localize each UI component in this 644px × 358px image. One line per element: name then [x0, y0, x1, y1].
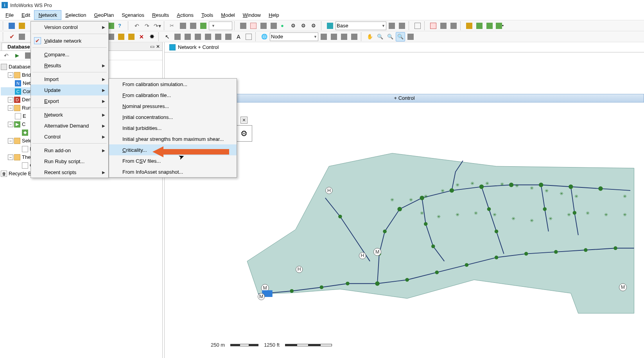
- tool-sel-7[interactable]: [224, 32, 233, 41]
- tree-toggle-theme[interactable]: −: [8, 155, 13, 160]
- tool-text[interactable]: A: [234, 32, 243, 41]
- tool-select[interactable]: ↖: [163, 32, 172, 41]
- menu-tools[interactable]: Tools: [197, 10, 217, 20]
- menu-window[interactable]: Window: [239, 10, 265, 20]
- dd-version-control[interactable]: Version control ▶: [31, 22, 108, 32]
- network-dropdown[interactable]: Version control ▶ ✔ Validate network Com…: [30, 21, 109, 178]
- tool-gear2[interactable]: ⚙: [300, 21, 309, 31]
- tool-validate[interactable]: ✔: [7, 32, 16, 41]
- tool-new[interactable]: [7, 21, 16, 31]
- tool-sel-6[interactable]: [213, 32, 223, 41]
- dd-initial-turb[interactable]: Initial turbidities...: [109, 122, 237, 133]
- tool-layers-dd[interactable]: ▾: [495, 21, 504, 31]
- update-submenu[interactable]: From calibration simulation... From cali…: [109, 78, 237, 178]
- tool-open[interactable]: [17, 21, 27, 31]
- map-close-box[interactable]: ✕: [240, 117, 248, 124]
- db-tool-back[interactable]: ↶: [2, 51, 11, 60]
- tool-3d[interactable]: [475, 21, 484, 31]
- tree-toggle-den[interactable]: −: [8, 97, 13, 103]
- tool-flag[interactable]: [199, 21, 208, 31]
- tool-s2[interactable]: [397, 21, 407, 31]
- menu-file[interactable]: File: [2, 10, 18, 20]
- dd-initial-conc[interactable]: Initial concentrations...: [109, 112, 237, 122]
- dd-from-calib-sim[interactable]: From calibration simulation...: [109, 79, 237, 90]
- menu-help[interactable]: Help: [265, 10, 283, 20]
- tool-sel-5[interactable]: [203, 32, 213, 41]
- tool-grid2[interactable]: [429, 21, 438, 31]
- db-tool-go[interactable]: ▶: [13, 51, 22, 60]
- menu-network[interactable]: Network: [34, 10, 61, 20]
- tool-find2[interactable]: [117, 32, 126, 41]
- tool-w2[interactable]: [449, 21, 458, 31]
- tool-globe[interactable]: ●: [279, 21, 289, 31]
- dd-from-infoasset[interactable]: From InfoAsset snapshot...: [109, 166, 237, 177]
- tool-n2[interactable]: [329, 32, 339, 41]
- menu-results[interactable]: Results: [148, 10, 173, 20]
- tool-n4[interactable]: [350, 32, 359, 41]
- tool-scen[interactable]: [325, 21, 335, 31]
- tool-find3[interactable]: [127, 32, 136, 41]
- dd-run-ruby[interactable]: Run Ruby script...: [31, 156, 108, 167]
- tool-chart[interactable]: [465, 21, 474, 31]
- dd-alt-demand[interactable]: Alternative Demand ▶: [31, 120, 108, 131]
- menu-geoplan[interactable]: GeoPlan: [90, 10, 118, 20]
- tool-tbl1[interactable]: [239, 21, 248, 31]
- tool-tbl4[interactable]: [269, 21, 278, 31]
- map-legend-box[interactable]: ⚙: [236, 125, 252, 142]
- tool-sel-4[interactable]: [193, 32, 203, 41]
- scenario-combo[interactable]: Base▼: [335, 22, 386, 30]
- tool-n3[interactable]: [339, 32, 349, 41]
- dd-recent-scripts[interactable]: Recent scripts ▶: [31, 167, 108, 178]
- dd-network[interactable]: Network ▶: [31, 109, 108, 120]
- tool-del[interactable]: ✕: [137, 32, 146, 41]
- tool-s1[interactable]: [387, 21, 396, 31]
- tool-label[interactable]: [244, 32, 253, 41]
- dd-nominal-pressures[interactable]: Nominal pressures...: [109, 101, 237, 112]
- tool-v2[interactable]: [17, 32, 27, 41]
- dd-import[interactable]: Import ▶: [31, 74, 108, 85]
- view-tab[interactable]: Network + Control: [166, 43, 222, 51]
- tool-paste[interactable]: [188, 21, 198, 31]
- dd-validate-network[interactable]: ✔ Validate network: [31, 35, 108, 46]
- tool-zoomext[interactable]: [406, 32, 415, 41]
- tree-toggle-run-c[interactable]: −: [8, 122, 13, 127]
- tree-toggle-bridge[interactable]: −: [8, 72, 13, 78]
- menu-selection[interactable]: Selection: [61, 10, 90, 20]
- tool-gear3[interactable]: ⚙: [310, 21, 319, 31]
- dd-export[interactable]: Export ▶: [31, 95, 108, 106]
- tool-flag-combo[interactable]: ▼: [209, 22, 232, 30]
- panel-restore-icon[interactable]: ▭: [150, 44, 154, 49]
- tool-sel-poly[interactable]: [173, 32, 182, 41]
- dd-run-addon[interactable]: Run add-on ▶: [31, 145, 108, 156]
- node-combo[interactable]: Node▼: [270, 32, 318, 41]
- menu-actions[interactable]: Actions: [173, 10, 197, 20]
- menu-edit[interactable]: Edit: [18, 10, 34, 20]
- tool-globe2[interactable]: 🌐: [260, 32, 269, 41]
- tool-w1[interactable]: [439, 21, 448, 31]
- tool-copy[interactable]: [178, 21, 188, 31]
- tool-redo-dd[interactable]: ↷▾: [152, 21, 162, 31]
- geoplan-canvas[interactable]: H M H H M M M ✳✳✳ ✳✳✳ ✳✳✳ ✳✳✳ ✳✳✳ ✳✳✳ ✳✳…: [204, 105, 644, 358]
- tool-zoomout[interactable]: 🔍: [386, 32, 395, 41]
- menu-model[interactable]: Model: [217, 10, 239, 20]
- dd-compare[interactable]: Compare...: [31, 49, 108, 60]
- tool-pan[interactable]: ✋: [365, 32, 375, 41]
- panel-close-icon[interactable]: ✕: [156, 44, 160, 49]
- dd-from-csv[interactable]: From CSV files...: [109, 155, 237, 166]
- tool-help[interactable]: ?: [117, 21, 126, 31]
- dd-control[interactable]: Control ▶: [31, 131, 108, 142]
- dd-from-calib-file[interactable]: From calibration file...: [109, 90, 237, 101]
- tool-n1[interactable]: [319, 32, 328, 41]
- tree-toggle-run[interactable]: −: [8, 105, 13, 111]
- tool-gear1[interactable]: ⚙: [289, 21, 299, 31]
- tool-grid1[interactable]: [413, 21, 422, 31]
- dd-update[interactable]: Update ▶: [31, 85, 108, 95]
- tree-toggle-sel[interactable]: −: [8, 138, 13, 144]
- tool-zoomwin[interactable]: 🔍: [396, 32, 405, 41]
- tool-star[interactable]: ✸: [147, 32, 156, 41]
- tool-sel-3[interactable]: [183, 32, 192, 41]
- tool-tbl2[interactable]: [249, 21, 258, 31]
- tool-tbl3[interactable]: [259, 21, 268, 31]
- tool-redo[interactable]: ↷: [142, 21, 152, 31]
- tool-layers[interactable]: [485, 21, 494, 31]
